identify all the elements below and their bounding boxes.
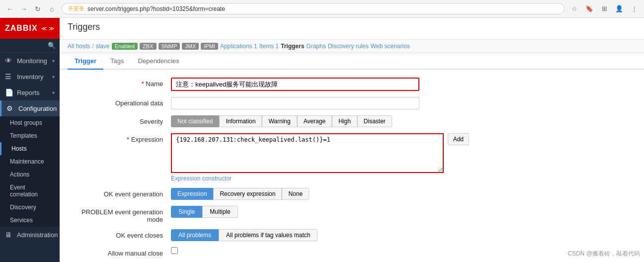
sidebar-item-label: Configuration: [18, 105, 57, 112]
tab-tags[interactable]: Tags: [103, 53, 131, 70]
sidebar-submenu-label: Host groups: [10, 119, 42, 126]
warning-icon: 不安全: [68, 5, 84, 12]
logo-arrows[interactable]: ≪ ≫: [41, 25, 55, 32]
problem-mode-label: PROBLEM event generation mode: [72, 206, 171, 223]
zabbix-logo: ZABBIX ≪ ≫: [0, 18, 60, 39]
page-header: Triggers: [60, 18, 644, 40]
breadcrumb-separator: /: [92, 43, 93, 50]
star-button[interactable]: ☆: [568, 3, 580, 15]
breadcrumb-items[interactable]: Items 1: [259, 43, 279, 50]
severity-warning[interactable]: Warning: [262, 115, 297, 127]
home-button[interactable]: ⌂: [46, 3, 58, 15]
url-text: server.com/triggers.php?hostid=10325&for…: [87, 5, 225, 12]
back-button[interactable]: ←: [4, 3, 16, 15]
operational-data-row: Operational data: [72, 97, 632, 109]
problem-mode-single-btn[interactable]: Single: [171, 206, 202, 218]
ok-event-closes-row: OK event closes All problems All problem…: [72, 229, 632, 241]
severity-buttons: Not classified Information Warning Avera…: [171, 115, 392, 127]
sidebar-search-button[interactable]: 🔍: [48, 42, 56, 49]
configuration-icon: ⚙: [6, 104, 14, 112]
severity-average[interactable]: Average: [297, 115, 332, 127]
problem-mode-multiple-btn[interactable]: Multiple: [202, 206, 238, 218]
operational-data-control: [171, 97, 419, 109]
chevron-down-icon: ▾: [52, 90, 55, 95]
ok-event-expression-btn[interactable]: Expression: [171, 188, 213, 200]
sidebar-item-services[interactable]: Services: [0, 214, 60, 227]
name-label: Name: [72, 78, 171, 87]
sidebar-item-discovery[interactable]: Discovery: [0, 201, 60, 214]
breadcrumb-zbx-badge[interactable]: ZBX: [140, 43, 156, 50]
logo-text: ZABBIX: [5, 24, 38, 33]
sidebar-item-hosts[interactable]: Hosts: [0, 142, 60, 155]
breadcrumb-jmx-badge[interactable]: JMX: [182, 43, 199, 50]
form-container: Name Operational data Severity Not class…: [60, 70, 644, 262]
breadcrumb-snmp-badge[interactable]: SNMP: [159, 43, 180, 50]
bookmark-button[interactable]: 🔖: [583, 3, 595, 15]
severity-label: Severity: [72, 115, 171, 125]
sidebar-item-templates[interactable]: Templates: [0, 129, 60, 142]
breadcrumb-all-hosts[interactable]: All hosts: [68, 43, 90, 50]
sidebar-item-monitoring[interactable]: 👁 Monitoring ▾: [0, 53, 60, 69]
problem-mode-row: PROBLEM event generation mode Single Mul…: [72, 206, 632, 223]
severity-high[interactable]: High: [332, 115, 357, 127]
expression-add-button[interactable]: Add: [448, 133, 469, 145]
sidebar: ZABBIX ≪ ≫ 🔍 👁 Monitoring ▾ ☰ Inventory …: [0, 18, 60, 262]
ok-closes-all-btn[interactable]: All problems: [171, 229, 219, 241]
breadcrumb-applications[interactable]: Applications 1: [220, 43, 257, 50]
menu-button[interactable]: ⋮: [628, 3, 640, 15]
sidebar-submenu-label: Actions: [10, 171, 29, 178]
allow-manual-row: Allow manual close: [72, 247, 632, 257]
forward-button[interactable]: →: [18, 3, 30, 15]
sidebar-submenu-label: Templates: [10, 132, 37, 139]
breadcrumb-slave[interactable]: slave: [96, 43, 110, 50]
address-bar[interactable]: 不安全 server.com/triggers.php?hostid=10325…: [62, 3, 564, 14]
sidebar-submenu-label: Hosts: [11, 145, 27, 152]
breadcrumb-web[interactable]: Web scenarios: [371, 43, 410, 50]
ok-closes-tag-btn[interactable]: All problems if tag values match: [219, 229, 318, 241]
breadcrumb-bar: All hosts / slave Enabled ZBX SNMP JMX I…: [60, 40, 644, 53]
expression-constructor-link[interactable]: Expression constructor: [171, 175, 232, 182]
operational-data-label: Operational data: [72, 97, 171, 107]
breadcrumb-triggers: Triggers: [281, 43, 304, 50]
ok-event-closes-label: OK event closes: [72, 229, 171, 239]
severity-information[interactable]: Information: [219, 115, 262, 127]
sidebar-submenu-label: Services: [10, 217, 33, 224]
sidebar-submenu-label: Event correlation: [10, 184, 55, 198]
sidebar-item-maintenance[interactable]: Maintenance: [0, 155, 60, 168]
user-button[interactable]: 👤: [613, 3, 625, 15]
refresh-button[interactable]: ↻: [32, 3, 44, 15]
main-content: Triggers All hosts / slave Enabled ZBX S…: [60, 18, 644, 262]
sidebar-item-configuration[interactable]: ⚙ Configuration ▴: [0, 100, 60, 116]
inventory-icon: ☰: [5, 73, 13, 81]
ok-event-none-btn[interactable]: None: [282, 188, 309, 200]
operational-data-input[interactable]: [171, 97, 419, 109]
allow-manual-label: Allow manual close: [72, 247, 171, 257]
breadcrumb-discovery[interactable]: Discovery rules: [328, 43, 369, 50]
breadcrumb-enabled-badge[interactable]: Enabled: [112, 43, 138, 50]
ok-event-closes-toggle: All problems All problems if tag values …: [171, 229, 318, 241]
sidebar-item-actions[interactable]: Actions: [0, 168, 60, 181]
severity-disaster[interactable]: Disaster: [357, 115, 392, 127]
sidebar-item-inventory[interactable]: ☰ Inventory ▾: [0, 69, 60, 85]
browser-actions: ☆ 🔖 ⊞ 👤 ⋮: [568, 3, 640, 15]
sidebar-item-reports[interactable]: 📄 Reports ▾: [0, 85, 60, 100]
sidebar-submenu-label: Maintenance: [10, 158, 44, 165]
breadcrumb-ipmi-badge[interactable]: IPMI: [201, 43, 218, 50]
allow-manual-checkbox[interactable]: [171, 247, 178, 254]
severity-not-classified[interactable]: Not classified: [171, 115, 219, 127]
sidebar-item-label: Inventory: [17, 73, 43, 81]
expression-textarea[interactable]: {192.168.207.131:check_keepalived.last()…: [171, 133, 444, 173]
expression-wrapper: {192.168.207.131:check_keepalived.last()…: [171, 133, 469, 173]
sidebar-item-event-correlation[interactable]: Event correlation: [0, 181, 60, 201]
breadcrumb-graphs[interactable]: Graphs: [306, 43, 325, 50]
sidebar-item-administration[interactable]: 🖥 Administration ▾: [0, 227, 60, 243]
tabs-bar: Trigger Tags Dependencies: [60, 53, 644, 70]
sidebar-item-host-groups[interactable]: Host groups: [0, 116, 60, 129]
tab-manager-button[interactable]: ⊞: [598, 3, 610, 15]
tab-dependencies[interactable]: Dependencies: [131, 53, 186, 70]
tab-trigger[interactable]: Trigger: [68, 53, 103, 70]
name-input[interactable]: [171, 78, 419, 91]
ok-event-recovery-btn[interactable]: Recovery expression: [213, 188, 282, 200]
name-row: Name: [72, 78, 632, 91]
ok-event-label: OK event generation: [72, 188, 171, 198]
